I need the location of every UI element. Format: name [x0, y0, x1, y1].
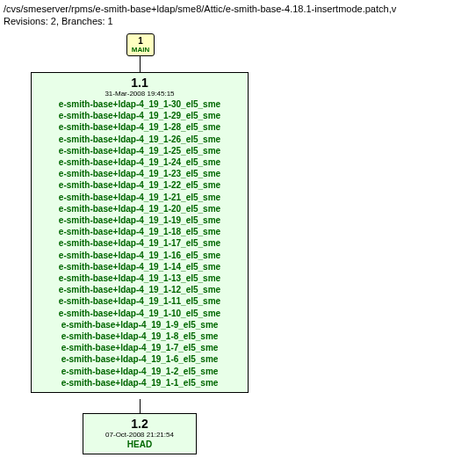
revision-tag: e-smith-base+ldap-4_19_1-18_el5_sme — [35, 226, 244, 237]
branch-main-box[interactable]: 1 MAIN — [126, 33, 155, 56]
revision-tag: e-smith-base+ldap-4_19_1-17_el5_sme — [35, 237, 244, 249]
revision-tag: e-smith-base+ldap-4_19_1-8_el5_sme — [35, 331, 244, 342]
revision-tag: e-smith-base+ldap-4_19_1-28_el5_sme — [35, 121, 244, 133]
revision-graph: 1 MAIN 1.1 31-Mar-2008 19:45:15 e-smith-… — [4, 33, 472, 464]
file-path: /cvs/smeserver/rpms/e-smith-base+ldap/sm… — [4, 4, 472, 14]
revision-tag: HEAD — [87, 440, 192, 450]
revision-tag: e-smith-base+ldap-4_19_1-10_el5_sme — [35, 308, 244, 319]
revision-tag: e-smith-base+ldap-4_19_1-29_el5_sme — [35, 110, 244, 121]
revision-tag: e-smith-base+ldap-4_19_1-9_el5_sme — [35, 319, 244, 331]
revision-version: 1.2 — [87, 417, 192, 431]
revision-version: 1.1 — [35, 76, 244, 90]
revision-date: 07-Oct-2008 21:21:54 — [87, 431, 192, 440]
revision-tag: e-smith-base+ldap-4_19_1-11_el5_sme — [35, 295, 244, 307]
connector-line — [140, 399, 141, 413]
revision-tag: e-smith-base+ldap-4_19_1-21_el5_sme — [35, 192, 244, 203]
revision-tag: e-smith-base+ldap-4_19_1-23_el5_sme — [35, 168, 244, 179]
revision-tag: e-smith-base+ldap-4_19_1-19_el5_sme — [35, 214, 244, 226]
revisions-info: Revisions: 2, Branches: 1 — [4, 16, 472, 26]
revision-1-2-box[interactable]: 1.2 07-Oct-2008 21:21:54 HEAD — [83, 413, 197, 454]
branch-number: 1 — [138, 37, 143, 46]
connector-line — [140, 56, 141, 72]
revision-tag: e-smith-base+ldap-4_19_1-13_el5_sme — [35, 272, 244, 284]
revision-tag: e-smith-base+ldap-4_19_1-25_el5_sme — [35, 145, 244, 156]
revision-tag: e-smith-base+ldap-4_19_1-26_el5_sme — [35, 134, 244, 145]
revision-tag: e-smith-base+ldap-4_19_1-16_el5_sme — [35, 250, 244, 261]
branch-label: MAIN — [132, 46, 149, 54]
revision-1-1-box[interactable]: 1.1 31-Mar-2008 19:45:15 e-smith-base+ld… — [31, 72, 249, 393]
revision-tag: e-smith-base+ldap-4_19_1-22_el5_sme — [35, 179, 244, 191]
revision-tag: e-smith-base+ldap-4_19_1-20_el5_sme — [35, 203, 244, 214]
revision-date: 31-Mar-2008 19:45:15 — [35, 90, 244, 98]
revision-tag: e-smith-base+ldap-4_19_1-14_el5_sme — [35, 261, 244, 272]
revision-tag: e-smith-base+ldap-4_19_1-1_el5_sme — [35, 377, 244, 389]
revision-tag: e-smith-base+ldap-4_19_1-12_el5_sme — [35, 284, 244, 295]
revision-tag: e-smith-base+ldap-4_19_1-2_el5_sme — [35, 366, 244, 377]
revision-tag: e-smith-base+ldap-4_19_1-24_el5_sme — [35, 156, 244, 168]
revision-tag: e-smith-base+ldap-4_19_1-30_el5_sme — [35, 98, 244, 110]
revision-tag: e-smith-base+ldap-4_19_1-7_el5_sme — [35, 342, 244, 353]
revision-tag: e-smith-base+ldap-4_19_1-6_el5_sme — [35, 353, 244, 365]
